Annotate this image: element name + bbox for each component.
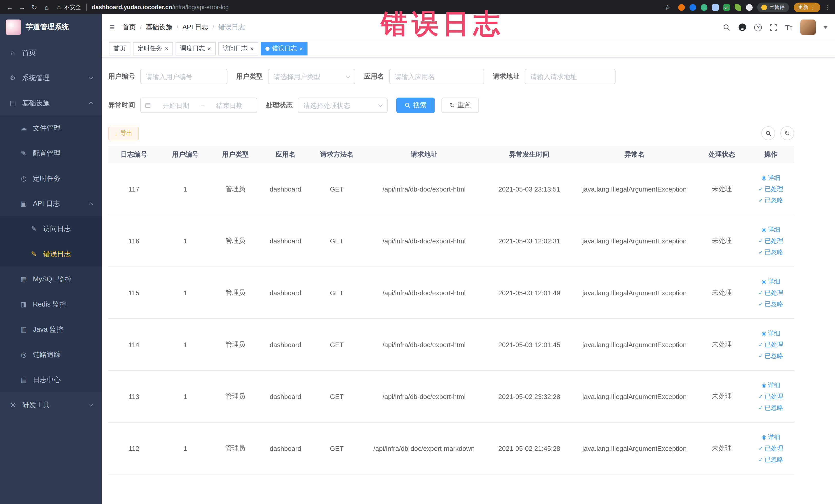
sidebar-item-mysql-monitor[interactable]: ▦ MySQL 监控 [0, 266, 102, 292]
logo[interactable]: 芋道管理系统 [0, 14, 102, 40]
extension-icon-puzzle[interactable] [712, 4, 718, 11]
extension-icon-paw[interactable] [746, 4, 752, 11]
fullscreen-icon[interactable] [770, 23, 777, 31]
detail-link[interactable]: ◉详细 [761, 329, 780, 338]
detail-link[interactable]: ◉详细 [761, 381, 780, 389]
close-icon[interactable]: × [250, 45, 253, 52]
mark-ignored-link[interactable]: ✓已忽略 [758, 351, 783, 360]
refresh-button[interactable]: ↻ [780, 126, 794, 140]
search-button[interactable]: 搜索 [396, 98, 435, 113]
sidebar-item-java-monitor[interactable]: ▥ Java 监控 [0, 317, 102, 342]
user-avatar[interactable] [800, 20, 815, 35]
tab-scheduled-tasks[interactable]: 定时任务 × [133, 42, 173, 55]
close-icon[interactable]: × [207, 45, 211, 52]
mark-ignored-link[interactable]: ✓已忽略 [758, 196, 783, 205]
user-id-input[interactable] [146, 73, 222, 80]
mark-processed-link[interactable]: ✓已处理 [758, 185, 783, 193]
sidebar-item-redis-monitor[interactable]: ◨ Redis 监控 [0, 292, 102, 317]
forward-icon[interactable]: → [16, 2, 28, 13]
tab-schedule-log[interactable]: 调度日志 × [176, 42, 216, 55]
process-status-input[interactable] [303, 101, 376, 109]
tab-home[interactable]: 首页 [109, 42, 130, 55]
request-url-input[interactable] [530, 73, 610, 80]
cell-exception-time: 2021-05-03 12:01:45 [486, 319, 573, 370]
back-icon[interactable]: ← [4, 2, 15, 13]
filter-row-1: 用户编号 用户类型 应用名 [108, 69, 835, 84]
sidebar-item-log-center[interactable]: ▤ 日志中心 [0, 367, 102, 392]
detail-link[interactable]: ◉详细 [761, 432, 780, 441]
detail-link[interactable]: ◉详细 [761, 225, 780, 234]
sidebar-item-trace[interactable]: ◎ 链路追踪 [0, 342, 102, 367]
check-icon: ✓ [758, 353, 763, 359]
extension-icon-orange[interactable] [678, 4, 685, 11]
tab-access-log[interactable]: 访问日志 × [218, 42, 258, 55]
chevron-up-icon [89, 202, 93, 206]
sidebar-item-config-management[interactable]: ✎ 配置管理 [0, 141, 102, 166]
sidebar-item-file-management[interactable]: ☁ 文件管理 [0, 116, 102, 141]
breadcrumb-home[interactable]: 首页 [122, 23, 136, 32]
end-date-input[interactable] [207, 101, 252, 109]
app-name-input[interactable] [395, 73, 478, 80]
sidebar-item-access-log[interactable]: ✎ 访问日志 [0, 216, 102, 241]
eye-icon: ◉ [761, 175, 766, 181]
extension-icon-leaf[interactable] [734, 4, 741, 11]
reload-icon[interactable]: ↻ [29, 2, 40, 13]
sidebar-item-scheduled-tasks[interactable]: ◷ 定时任务 [0, 166, 102, 191]
mark-ignored-link[interactable]: ✓已忽略 [758, 248, 783, 257]
mark-ignored-link[interactable]: ✓已忽略 [758, 455, 783, 464]
date-range-picker[interactable]: – [140, 98, 257, 113]
detail-link[interactable]: ◉详细 [761, 173, 780, 182]
mark-processed-link[interactable]: ✓已处理 [758, 392, 783, 401]
user-type-input[interactable] [273, 73, 343, 80]
extension-icon-vue[interactable] [700, 4, 707, 11]
sidebar-item-api-logs[interactable]: ▣ API 日志 [0, 191, 102, 216]
mark-ignored-link[interactable]: ✓已忽略 [758, 300, 783, 308]
sidebar-item-system-management[interactable]: ⚙ 系统管理 [0, 65, 102, 90]
mark-processed-link[interactable]: ✓已处理 [758, 288, 783, 297]
process-status-select[interactable] [298, 98, 388, 113]
sidebar-item-home[interactable]: ⌂ 首页 [0, 40, 102, 65]
paused-badge[interactable]: 已暂停 [757, 2, 789, 12]
user-type-label: 用户类型 [236, 72, 263, 81]
breadcrumb-infrastructure[interactable]: 基础设施 [146, 23, 172, 32]
cell-request-url: /api/infra/db-doc/export-markdown [363, 422, 486, 474]
extension-icon-on-badge[interactable]: on [723, 4, 730, 11]
toggle-search-button[interactable] [761, 126, 775, 140]
check-icon: ✓ [758, 186, 763, 192]
close-icon[interactable]: × [299, 45, 303, 52]
font-size-icon[interactable]: TT [785, 24, 792, 31]
detail-link[interactable]: ◉详细 [761, 277, 780, 286]
bookmark-star-icon[interactable]: ☆ [662, 2, 673, 13]
help-icon[interactable]: ? [754, 23, 762, 31]
close-icon[interactable]: × [165, 45, 168, 52]
sidebar-item-dev-tools[interactable]: ⚒ 研发工具 [0, 392, 102, 418]
github-icon[interactable] [738, 23, 747, 31]
breadcrumb-api-logs[interactable]: API 日志 [182, 23, 208, 32]
hamburger-icon[interactable]: ≡ [109, 23, 115, 32]
browser-menu-icon[interactable]: ⋮ [825, 4, 831, 11]
update-button[interactable]: 更新 ⋮ [793, 2, 820, 12]
export-button[interactable]: ↓ 导出 [108, 126, 139, 140]
mark-processed-link[interactable]: ✓已处理 [758, 444, 783, 452]
mark-ignored-link[interactable]: ✓已忽略 [758, 403, 783, 412]
sidebar-item-error-log[interactable]: ✎ 错误日志 [0, 241, 102, 266]
breadcrumb-separator: / [212, 24, 214, 31]
start-date-input[interactable] [153, 101, 199, 109]
sidebar-item-infrastructure[interactable]: ▤ 基础设施 [0, 90, 102, 116]
avatar-caret-icon[interactable] [823, 26, 827, 28]
cell-exception-time: 2021-05-03 12:01:49 [486, 267, 573, 319]
reset-button[interactable]: ↻ 重置 [442, 98, 479, 113]
mark-processed-link[interactable]: ✓已处理 [758, 340, 783, 349]
security-indicator[interactable]: ⚠ 不安全 [57, 3, 81, 11]
header-actions: ? TT [723, 20, 827, 35]
extension-icon-drop[interactable] [689, 4, 696, 11]
tab-error-log[interactable]: 错误日志 × [261, 42, 307, 55]
address-bar[interactable]: dashboard.yudao.iocoder.cn /infra/log/ap… [92, 4, 229, 10]
col-exception-time: 异常发生时间 [486, 146, 573, 163]
ignored-label: 已忽略 [765, 455, 783, 464]
browser-home-icon[interactable]: ⌂ [41, 2, 53, 13]
screenshot-root: ← → ↻ ⌂ ⚠ 不安全 dashboard.yudao.iocoder.cn… [0, 0, 835, 504]
user-type-select[interactable] [268, 69, 355, 84]
search-icon[interactable] [723, 23, 731, 31]
mark-processed-link[interactable]: ✓已处理 [758, 237, 783, 245]
